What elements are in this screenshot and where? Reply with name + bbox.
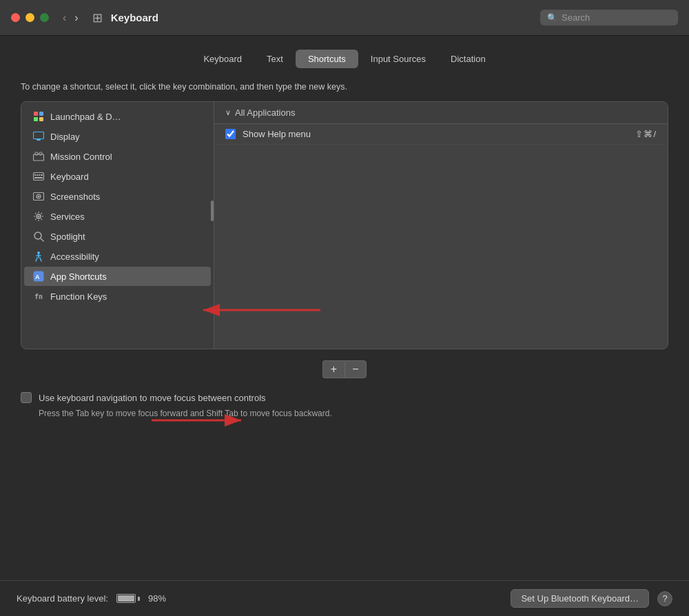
- scroll-indicator: [211, 201, 214, 221]
- bottom-bar: Keyboard battery level: 98% Set Up Bluet…: [0, 580, 689, 616]
- sidebar-item-function-keys[interactable]: fn Function Keys: [24, 287, 211, 306]
- tab-shortcuts[interactable]: Shortcuts: [296, 50, 358, 68]
- mission-control-icon: [32, 150, 45, 163]
- sidebar-label-spotlight: Spotlight: [50, 232, 85, 242]
- tab-text[interactable]: Text: [254, 50, 296, 68]
- tab-dictation[interactable]: Dictation: [438, 50, 498, 68]
- shortcut-label-show-help-menu: Show Help menu: [243, 129, 628, 139]
- remove-shortcut-button[interactable]: −: [344, 360, 367, 378]
- back-button[interactable]: ‹: [60, 10, 69, 25]
- sidebar-label-app-shortcuts: App Shortcuts: [50, 271, 107, 282]
- svg-rect-11: [37, 174, 38, 176]
- sidebar-label-launchpad: Launchpad & D…: [50, 112, 121, 122]
- maximize-button[interactable]: [40, 13, 49, 22]
- window-controls: [11, 13, 49, 22]
- bottom-section: Use keyboard navigation to move focus be…: [21, 392, 668, 418]
- battery-tip: [138, 597, 140, 601]
- sidebar-item-mission-control[interactable]: Mission Control: [24, 147, 211, 166]
- svg-point-17: [38, 196, 40, 198]
- close-button[interactable]: [11, 13, 20, 22]
- shortcut-row-show-help-menu: Show Help menu ⇧⌘/: [214, 124, 668, 145]
- app-grid-icon: ⊞: [92, 10, 103, 25]
- add-shortcut-button[interactable]: +: [322, 360, 344, 378]
- sidebar-label-screenshots: Screenshots: [50, 192, 100, 202]
- battery-fill: [118, 595, 134, 602]
- tabs: Keyboard Text Shortcuts Input Sources Di…: [21, 50, 668, 68]
- svg-rect-9: [34, 173, 44, 181]
- bluetooth-keyboard-button[interactable]: Set Up Bluetooth Keyboard…: [511, 589, 649, 608]
- function-keys-icon: fn: [32, 290, 45, 302]
- tab-input-sources[interactable]: Input Sources: [358, 50, 438, 68]
- section-header-label: All Applications: [235, 107, 295, 118]
- nav-arrows: ‹ ›: [60, 10, 81, 25]
- svg-rect-10: [34, 174, 36, 176]
- sidebar: Launchpad & D… Display Mission Control K…: [21, 102, 214, 349]
- sidebar-item-spotlight[interactable]: Spotlight: [24, 227, 211, 246]
- svg-rect-12: [39, 174, 40, 176]
- search-bar[interactable]: 🔍: [540, 10, 678, 25]
- sidebar-item-display[interactable]: Display: [24, 127, 211, 146]
- battery-percent: 98%: [148, 593, 166, 604]
- help-button[interactable]: ?: [657, 591, 672, 606]
- keyboard-nav-checkbox[interactable]: [21, 392, 32, 403]
- minimize-button[interactable]: [25, 13, 34, 22]
- svg-rect-0: [34, 112, 38, 116]
- services-icon: [32, 210, 45, 223]
- section-header[interactable]: ∨ All Applications: [214, 102, 668, 124]
- battery-label: Keyboard battery level:: [17, 593, 108, 604]
- sidebar-item-launchpad[interactable]: Launchpad & D…: [24, 107, 211, 126]
- app-shortcuts-icon: A: [32, 270, 45, 283]
- keyboard-icon: [32, 170, 45, 183]
- svg-rect-6: [34, 154, 44, 161]
- chevron-down-icon: ∨: [225, 108, 231, 117]
- action-buttons: + −: [21, 360, 668, 378]
- sidebar-item-keyboard[interactable]: Keyboard: [24, 167, 211, 186]
- search-icon: 🔍: [547, 13, 557, 23]
- keyboard-nav-label: Use keyboard navigation to move focus be…: [39, 393, 266, 403]
- sidebar-item-screenshots[interactable]: Screenshots: [24, 187, 211, 206]
- sidebar-label-keyboard: Keyboard: [50, 172, 89, 182]
- svg-point-19: [38, 216, 40, 218]
- shortcut-checkbox-show-help-menu[interactable]: [225, 129, 236, 139]
- svg-line-21: [41, 238, 43, 241]
- spotlight-icon: [32, 230, 45, 243]
- forward-button[interactable]: ›: [72, 10, 81, 25]
- svg-rect-3: [39, 117, 43, 121]
- main-panel: Launchpad & D… Display Mission Control K…: [21, 101, 668, 349]
- sidebar-item-accessibility[interactable]: Accessibility: [24, 247, 211, 266]
- screenshots-icon: [32, 190, 45, 203]
- description-text: To change a shortcut, select it, click t…: [21, 82, 668, 92]
- display-icon: [32, 130, 45, 143]
- right-panel: ∨ All Applications Show Help menu ⇧⌘/: [214, 102, 668, 349]
- shortcut-keys-show-help-menu: ⇧⌘/: [635, 129, 657, 139]
- svg-rect-13: [41, 174, 43, 176]
- svg-text:A: A: [35, 274, 40, 280]
- svg-rect-4: [34, 132, 44, 139]
- battery-body: [116, 594, 136, 603]
- sidebar-label-function-keys: Function Keys: [50, 291, 107, 302]
- svg-rect-2: [34, 117, 38, 121]
- tab-keyboard[interactable]: Keyboard: [191, 50, 254, 68]
- sidebar-label-display: Display: [50, 132, 80, 142]
- window-title: Keyboard: [111, 12, 540, 23]
- sidebar-label-accessibility: Accessibility: [50, 251, 99, 262]
- sidebar-item-services[interactable]: Services: [24, 207, 211, 226]
- svg-rect-5: [37, 139, 41, 141]
- sidebar-item-app-shortcuts[interactable]: A App Shortcuts: [24, 267, 211, 286]
- accessibility-icon: [32, 250, 45, 263]
- sidebar-label-mission-control: Mission Control: [50, 152, 112, 162]
- main-content: Keyboard Text Shortcuts Input Sources Di…: [0, 36, 689, 432]
- keyboard-nav-row: Use keyboard navigation to move focus be…: [21, 392, 668, 403]
- svg-rect-14: [34, 177, 43, 178]
- battery-icon: [116, 594, 140, 603]
- keyboard-nav-subtext: Press the Tab key to move focus forward …: [39, 409, 668, 418]
- sidebar-label-services: Services: [50, 212, 85, 222]
- search-input[interactable]: [562, 12, 671, 23]
- launchpad-icon: [32, 110, 45, 123]
- svg-rect-1: [39, 112, 43, 116]
- title-bar: ‹ › ⊞ Keyboard 🔍: [0, 0, 689, 36]
